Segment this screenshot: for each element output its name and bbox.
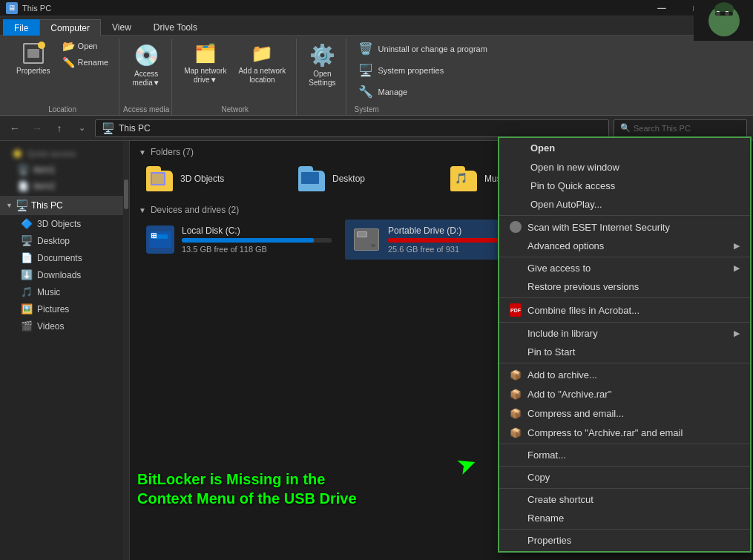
cm-include-library-label: Include in library: [527, 328, 728, 339]
cm-pin-quick-label: Pin to Quick access: [530, 180, 615, 191]
cm-item-pin-quick[interactable]: Pin to Quick access: [499, 177, 750, 195]
cm-add-archive-label: Add to archive...: [527, 369, 597, 381]
ribbon-group-access-media: 💿 Accessmedia▼ Access media: [121, 39, 172, 115]
cm-item-include-library[interactable]: Include in library ▶: [499, 324, 750, 343]
cm-item-advanced[interactable]: Advanced options ▶: [499, 237, 750, 255]
sidebar-item-downloads[interactable]: ⬇️ Downloads: [0, 266, 129, 283]
ribbon-access-media-button[interactable]: 💿 Accessmedia▼: [127, 39, 165, 102]
sidebar-item-this-pc[interactable]: ▼ 🖥️ This PC: [0, 196, 129, 215]
ribbon-add-network-button[interactable]: 📁 Add a networklocation: [234, 39, 290, 88]
cm-compress-email-label: Compress and email...: [527, 408, 624, 419]
cm-item-eset[interactable]: Scan with ESET Internet Security: [499, 217, 750, 237]
cm-item-rename[interactable]: Rename: [499, 509, 750, 527]
ribbon-group-open-settings: ⚙️ OpenSettings: [298, 39, 346, 115]
tab-computer[interactable]: Computer: [39, 19, 101, 36]
winrar-icon-4: 📦: [510, 426, 522, 438]
forward-button[interactable]: →: [28, 119, 46, 137]
address-bar[interactable]: 🖥️ This PC: [95, 119, 609, 137]
sidebar-item-3d-objects[interactable]: 🔷 3D Objects: [0, 215, 129, 232]
tab-view[interactable]: View: [101, 19, 142, 35]
cm-item-open-autoplay[interactable]: Open AutoPlay...: [499, 195, 750, 214]
ribbon-group-network-label: Network: [221, 105, 249, 113]
cm-separator-9: [499, 529, 750, 530]
cm-separator-5: [499, 363, 750, 363]
up-button[interactable]: ↑: [50, 119, 68, 137]
pdf-icon: PDF: [510, 303, 522, 317]
3d-objects-label: 3D Objects: [37, 219, 81, 229]
cm-item-properties[interactable]: Properties: [499, 531, 750, 551]
cm-item-copy[interactable]: Copy: [499, 468, 750, 487]
cm-item-open[interactable]: Open: [499, 138, 750, 158]
folder-desktop[interactable]: Desktop: [291, 162, 440, 196]
annotation-text: BitLocker is Missing in theContext Menu …: [137, 470, 357, 508]
sidebar-item-desktop[interactable]: 🖥️ Desktop: [0, 232, 129, 249]
ribbon-map-label: Map networkdrive▼: [184, 67, 226, 85]
local-disk-icon: ⊞: [146, 225, 174, 254]
ribbon-properties-button[interactable]: Properties: [12, 39, 55, 78]
cm-separator-2: [499, 257, 750, 257]
cm-give-access-label: Give access to: [527, 263, 728, 274]
cm-item-restore[interactable]: Restore previous versions: [499, 277, 750, 296]
ribbon-manage-button[interactable]: 🔧 Manage: [354, 82, 491, 101]
local-disk-space: 13.5 GB free of 118 GB: [182, 245, 332, 254]
cm-item-format[interactable]: Format...: [499, 446, 750, 464]
desktop-label: Desktop: [37, 236, 70, 246]
folder-3d-objects[interactable]: 3D Objects: [139, 162, 288, 196]
cm-open-label: Open: [530, 142, 555, 154]
ribbon-group-system: 🗑️ Uninstall or change a program 🖥️ Syst…: [348, 39, 497, 115]
music-icon: 🎵: [21, 286, 33, 297]
recent-button[interactable]: ⌄: [73, 119, 91, 137]
address-text: This PC: [119, 123, 151, 134]
ribbon-group-location-label: Location: [48, 105, 76, 113]
cm-item-acrobat[interactable]: PDF Combine files in Acrobat...: [499, 300, 750, 320]
devices-section-label: Devices and drives (2): [151, 205, 239, 215]
tab-drive-tools[interactable]: Drive Tools: [142, 19, 208, 35]
search-bar[interactable]: 🔍 Search This PC: [614, 119, 747, 137]
ribbon-open-settings-button[interactable]: ⚙️ OpenSettings: [304, 39, 340, 102]
cm-open-autoplay-label: Open AutoPlay...: [530, 199, 602, 210]
cm-item-create-shortcut[interactable]: Create shortcut: [499, 490, 750, 509]
pictures-label: Pictures: [37, 304, 69, 314]
cm-item-compress-email[interactable]: 📦 Compress and email...: [499, 403, 750, 423]
cm-item-add-rar[interactable]: 📦 Add to "Archive.rar": [499, 384, 750, 403]
cm-eset-label: Scan with ESET Internet Security: [527, 222, 670, 233]
cm-pin-start-label: Pin to Start: [527, 346, 575, 358]
cm-rename-label: Rename: [527, 513, 564, 524]
ribbon-rename-label: Rename: [78, 58, 109, 67]
mascot: [694, 0, 753, 41]
cm-restore-label: Restore previous versions: [527, 281, 639, 292]
3d-objects-icon: 🔷: [21, 218, 33, 229]
tab-file[interactable]: File: [3, 19, 39, 36]
ribbon-sys-props-button[interactable]: 🖥️ System properties: [354, 61, 491, 79]
cm-item-give-access[interactable]: Give access to ▶: [499, 259, 750, 277]
sidebar-item-music[interactable]: 🎵 Music: [0, 283, 129, 300]
device-local-disk[interactable]: ⊞ Local Disk (C:) 13.5 GB free of 118 GB: [139, 220, 339, 260]
videos-label: Videos: [37, 321, 64, 332]
minimize-button[interactable]: ─: [645, 0, 679, 16]
cm-properties-label: Properties: [527, 535, 571, 546]
back-button[interactable]: ←: [6, 119, 24, 137]
cm-acrobat-label: Combine files in Acrobat...: [527, 305, 639, 316]
cm-item-add-archive[interactable]: 📦 Add to archive...: [499, 365, 750, 384]
cm-open-new-window-label: Open in new window: [530, 162, 619, 173]
downloads-label: Downloads: [37, 270, 81, 280]
ribbon-group-network: 🗂️ Map networkdrive▼ 📁 Add a networkloca…: [174, 39, 297, 115]
sidebar-item-videos[interactable]: 🎬 Videos: [0, 317, 129, 335]
annotation-arrow: ➤: [452, 448, 480, 481]
this-pc-label: This PC: [31, 200, 63, 211]
cm-separator-8: [499, 488, 750, 489]
sidebar-item-pictures[interactable]: 🖼️ Pictures: [0, 300, 129, 317]
cm-separator-3: [499, 297, 750, 298]
cm-item-pin-start[interactable]: Pin to Start: [499, 343, 750, 361]
sidebar-blurred-items: ⭐ Quick access 🖥️ item1 📄 item2: [0, 144, 129, 196]
cm-separator-1: [499, 215, 750, 216]
ribbon-rename-button[interactable]: ✏️ Rename: [58, 55, 114, 70]
ribbon-uninstall-button[interactable]: 🗑️ Uninstall or change a program: [354, 39, 491, 58]
sidebar-item-documents[interactable]: 📄 Documents: [0, 249, 129, 266]
cm-copy-label: Copy: [527, 472, 550, 483]
context-menu: Open Open in new window Pin to Quick acc…: [498, 136, 752, 553]
ribbon-map-network-button[interactable]: 🗂️ Map networkdrive▼: [180, 39, 231, 88]
cm-item-compress-rar-email[interactable]: 📦 Compress to "Archive.rar" and email: [499, 423, 750, 442]
cm-item-open-new-window[interactable]: Open in new window: [499, 158, 750, 177]
ribbon-open-button[interactable]: 📂 Open: [58, 39, 114, 53]
